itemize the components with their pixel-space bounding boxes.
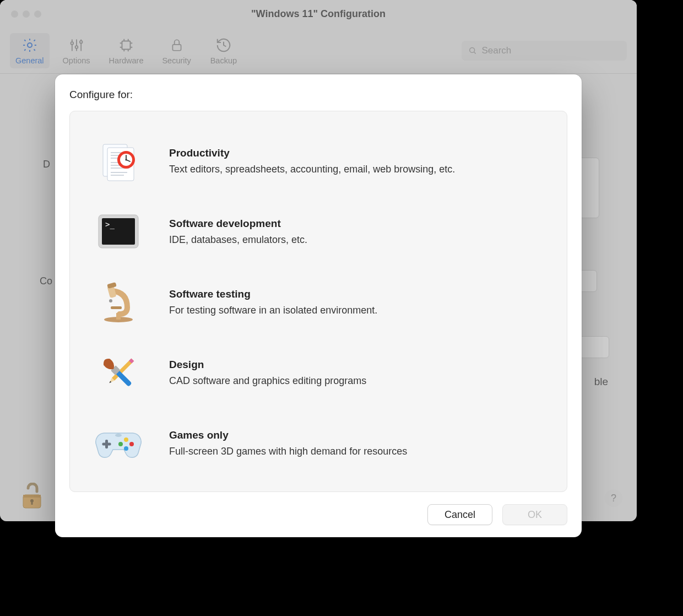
sheet-heading: Configure for: [69, 89, 567, 101]
svg-point-58 [118, 442, 123, 446]
option-games-only[interactable]: Games only Full-screen 3D games with hig… [90, 409, 547, 479]
svg-point-46 [109, 299, 112, 302]
svg-rect-32 [111, 175, 124, 176]
productivity-icon [94, 140, 143, 184]
option-title: Productivity [169, 147, 543, 159]
option-desc: For testing software in an isolated envi… [169, 304, 543, 317]
microscope-icon [94, 281, 143, 325]
option-productivity[interactable]: Productivity Text editors, spreadsheets,… [90, 127, 547, 197]
svg-rect-31 [111, 172, 127, 173]
option-desc: Full-screen 3D games with high demand fo… [169, 445, 543, 458]
cancel-button[interactable]: Cancel [427, 504, 492, 525]
option-desc: IDE, databases, emulators, etc. [169, 233, 543, 247]
option-design[interactable]: Design CAD software and graphics editing… [90, 338, 547, 409]
option-title: Games only [169, 429, 543, 441]
brush-pencil-icon [94, 352, 143, 396]
option-title: Software development [169, 218, 543, 230]
button-label: Cancel [445, 509, 475, 521]
svg-point-59 [115, 434, 122, 437]
sheet-footer: Cancel OK [69, 504, 567, 525]
option-desc: CAD software and graphics editing progra… [169, 374, 543, 388]
terminal-icon: >_ [94, 210, 143, 255]
option-title: Design [169, 359, 543, 371]
configure-for-sheet: Configure for: [55, 74, 582, 537]
svg-point-56 [129, 442, 134, 446]
svg-rect-45 [111, 306, 122, 309]
options-panel: Productivity Text editors, spreadsheets,… [69, 111, 567, 492]
option-desc: Text editors, spreadsheets, accounting, … [169, 163, 543, 176]
gamepad-icon [94, 422, 143, 466]
svg-rect-54 [102, 443, 111, 446]
button-label: OK [528, 509, 542, 521]
svg-text:>_: >_ [105, 220, 115, 229]
svg-point-57 [124, 446, 128, 451]
ok-button[interactable]: OK [502, 504, 567, 525]
option-software-testing[interactable]: Software testing For testing software in… [90, 268, 547, 338]
option-title: Software testing [169, 288, 543, 300]
svg-point-55 [124, 437, 128, 442]
option-software-development[interactable]: >_ Software development IDE, databases, … [90, 197, 547, 268]
svg-point-37 [125, 159, 127, 160]
